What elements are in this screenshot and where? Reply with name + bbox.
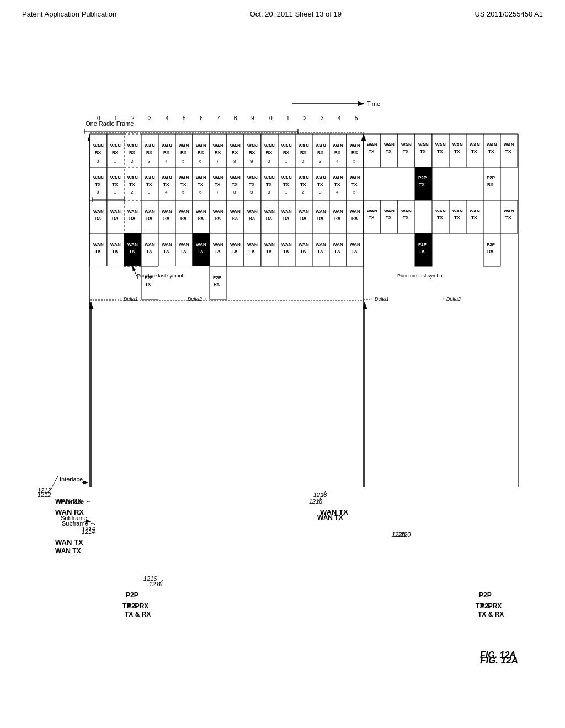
svg-text:WAN: WAN: [110, 143, 121, 148]
svg-text:WAN: WAN: [281, 175, 292, 180]
svg-text:TX: TX: [386, 149, 392, 154]
svg-text:WAN: WAN: [299, 143, 309, 148]
svg-text:WAN: WAN: [299, 209, 309, 214]
svg-text:Interlace: Interlace: [60, 476, 83, 483]
svg-text:WAN: WAN: [299, 242, 309, 247]
svg-text:RX: RX: [334, 216, 341, 221]
svg-text:4: 4: [338, 115, 341, 121]
svg-text:RX: RX: [198, 216, 204, 221]
svg-rect-268: [193, 266, 210, 299]
svg-text:WAN: WAN: [179, 175, 189, 180]
svg-text:WAN: WAN: [230, 143, 241, 148]
svg-text:TX: TX: [163, 182, 169, 187]
svg-text:1212: 1212: [38, 491, 51, 498]
svg-text:P2P: P2P: [487, 175, 495, 180]
svg-text:TX: TX: [369, 149, 375, 154]
svg-text:TX: TX: [505, 215, 511, 220]
svg-text:TX: TX: [454, 215, 460, 220]
svg-text:P2P: P2P: [213, 275, 222, 280]
svg-text:TX: TX: [283, 249, 289, 254]
svg-text:3: 3: [148, 115, 152, 121]
svg-text:P2P: P2P: [487, 242, 495, 247]
svg-text:WAN: WAN: [145, 209, 155, 214]
svg-text:TX: TX: [317, 182, 323, 187]
svg-text:TX: TX: [112, 249, 118, 254]
svg-text:WAN: WAN: [110, 175, 121, 180]
header-right: US 2011/0255450 A1: [475, 10, 543, 18]
svg-text:1220: 1220: [392, 531, 406, 538]
svg-text:WAN: WAN: [264, 209, 275, 214]
svg-text:RX: RX: [180, 216, 187, 221]
svg-text:6: 6: [200, 115, 203, 121]
svg-text:WAN: WAN: [162, 242, 172, 247]
svg-text:WAN TX: WAN TX: [55, 547, 81, 555]
svg-text:WAN: WAN: [196, 175, 206, 180]
svg-text:WAN: WAN: [230, 175, 241, 180]
svg-text:TX: TX: [249, 182, 255, 187]
svg-text:4: 4: [166, 115, 169, 121]
svg-text:RX: RX: [283, 216, 290, 221]
svg-text:4: 4: [165, 190, 168, 195]
svg-text:4: 4: [165, 159, 168, 164]
diagram-svg: One Radio Frame Time 1212 Interlace WAN …: [0, 24, 565, 719]
svg-text:1216: 1216: [143, 575, 157, 582]
svg-text:WAN: WAN: [281, 143, 292, 148]
svg-text:WAN: WAN: [110, 209, 121, 214]
svg-text:TX: TX: [232, 182, 238, 187]
svg-text:FIG. 12A: FIG. 12A: [480, 655, 518, 666]
svg-text:TX: TX: [180, 182, 186, 187]
svg-text:2: 2: [302, 159, 305, 164]
svg-text:WAN: WAN: [470, 208, 480, 213]
svg-text:WAN: WAN: [145, 175, 155, 180]
svg-text:TX: TX: [300, 249, 306, 254]
svg-text:WAN: WAN: [487, 142, 497, 147]
svg-text:RX: RX: [317, 216, 324, 221]
svg-text:WAN: WAN: [145, 143, 155, 148]
svg-text:4: 4: [336, 159, 339, 164]
svg-text:8: 8: [233, 190, 236, 195]
svg-text:Subframe ←: Subframe ←: [62, 520, 96, 527]
svg-text:RX: RX: [163, 216, 170, 221]
svg-text:RX: RX: [249, 216, 255, 221]
svg-text:TX: TX: [471, 215, 477, 220]
svg-text:WAN RX: WAN RX: [55, 508, 84, 516]
svg-text:0: 0: [97, 190, 99, 195]
svg-text:3: 3: [319, 159, 322, 164]
svg-text:RX: RX: [232, 216, 238, 221]
svg-text:WAN: WAN: [281, 209, 292, 214]
svg-text:TX & RX: TX & RX: [122, 602, 148, 610]
svg-text:6: 6: [199, 159, 202, 164]
svg-text:WAN: WAN: [127, 209, 138, 214]
svg-text:TX: TX: [266, 182, 272, 187]
svg-text:TX & RX: TX & RX: [478, 611, 504, 618]
svg-text:3: 3: [148, 190, 151, 195]
svg-text:TX: TX: [437, 149, 443, 154]
svg-text:WAN: WAN: [367, 208, 377, 213]
svg-text:P2P: P2P: [418, 175, 427, 180]
svg-text:TX: TX: [300, 182, 306, 187]
svg-text:WAN TX: WAN TX: [320, 508, 348, 516]
svg-text:WAN: WAN: [333, 175, 343, 180]
svg-text:WAN: WAN: [316, 143, 326, 148]
svg-text:9: 9: [250, 190, 253, 195]
svg-text:TX: TX: [351, 249, 358, 254]
svg-text:WAN: WAN: [470, 142, 480, 147]
svg-text:P2P: P2P: [418, 242, 427, 247]
header-left: Patent Application Publication: [22, 10, 116, 18]
svg-text:RX: RX: [334, 150, 341, 155]
svg-text:7: 7: [216, 159, 219, 164]
svg-text:WAN: WAN: [435, 142, 446, 147]
svg-text:WAN: WAN: [316, 175, 326, 180]
svg-text:TX: TX: [334, 249, 340, 254]
svg-text:WAN: WAN: [213, 209, 223, 214]
svg-text:TX: TX: [112, 182, 118, 187]
svg-text:RX: RX: [266, 216, 273, 221]
svg-text:WAN: WAN: [247, 143, 258, 148]
svg-text:TX: TX: [317, 249, 323, 254]
svg-text:TX: TX: [215, 182, 221, 187]
svg-text:WAN: WAN: [504, 142, 514, 147]
svg-text:←Delta2: ←Delta2: [441, 296, 461, 302]
svg-text:5: 5: [353, 190, 356, 195]
svg-text:←Delta1: ←Delta1: [370, 296, 389, 302]
svg-text:TX: TX: [351, 182, 358, 187]
